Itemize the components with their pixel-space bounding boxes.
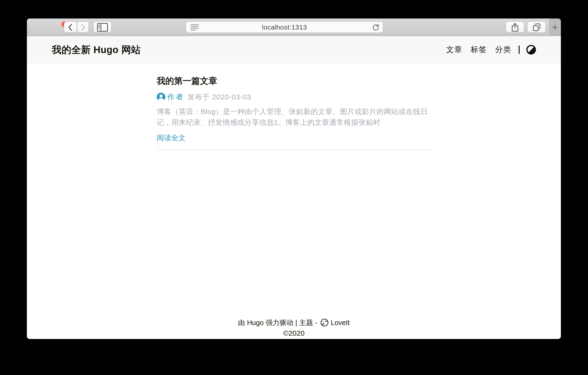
sidebar-icon — [97, 23, 108, 32]
show-tabs-button[interactable] — [527, 22, 546, 33]
plus-icon: + — [552, 21, 558, 33]
site-footer: 由 Hugo 强力驱动 | 主题 - LoveIt ©2020 — [27, 317, 561, 339]
page-main: 我的第一篇文章 作者 发布于 2020-03-03 博客（英语：Blog）是一种… — [27, 63, 561, 317]
nav-separator — [519, 46, 520, 54]
back-button[interactable] — [64, 22, 77, 33]
nav-item-categories[interactable]: 分类 — [495, 44, 511, 55]
chevron-right-icon — [80, 23, 86, 31]
powered-by-text: 由 Hugo 强力驱动 | 主题 - — [238, 317, 317, 328]
theme-name-link[interactable]: LoveIt — [331, 317, 350, 328]
forward-button[interactable] — [77, 22, 89, 33]
read-more-link[interactable]: 阅读全文 — [157, 132, 186, 143]
post-summary: 博客（英语：Blog）是一种由个人管理、张贴新的文章、图片或影片的网站或在线日记… — [157, 106, 431, 128]
footer-powered-line: 由 Hugo 强力驱动 | 主题 - LoveIt — [27, 317, 561, 328]
reload-icon[interactable] — [372, 23, 379, 31]
address-bar[interactable]: localhost:1313 — [186, 22, 383, 33]
screenshot-stage: localhost:1313 + 我的全新 Hugo 网站 — [0, 0, 588, 375]
site-header: 我的全新 Hugo 网站 文章 标签 分类 — [27, 36, 561, 63]
browser-toolbar: localhost:1313 + — [27, 19, 561, 36]
theme-toggle-icon[interactable] — [526, 45, 536, 54]
author-link[interactable]: 作者 — [167, 92, 184, 102]
post-divider — [157, 150, 431, 150]
nav-item-posts[interactable]: 文章 — [446, 44, 462, 55]
post-meta: 作者 发布于 2020-03-03 — [157, 92, 431, 102]
tabs-overview-icon — [532, 23, 541, 32]
chevron-left-icon — [67, 23, 74, 31]
post-title[interactable]: 我的第一篇文章 — [157, 75, 431, 87]
nav-item-tags[interactable]: 标签 — [471, 44, 487, 55]
kissing-face-icon — [320, 318, 331, 327]
share-icon — [511, 23, 519, 32]
published-date: 发布于 2020-03-03 — [188, 92, 251, 102]
main-nav: 文章 标签 分类 — [438, 44, 536, 55]
share-button[interactable] — [506, 22, 524, 33]
new-tab-button[interactable]: + — [549, 19, 561, 35]
copyright-text: ©2020 — [27, 328, 561, 339]
url-text: localhost:1313 — [186, 23, 383, 31]
browser-window: localhost:1313 + 我的全新 Hugo 网站 — [27, 19, 561, 339]
sidebar-toggle-button[interactable] — [94, 22, 111, 33]
site-title[interactable]: 我的全新 Hugo 网站 — [52, 43, 141, 56]
user-circle-icon — [157, 93, 165, 101]
